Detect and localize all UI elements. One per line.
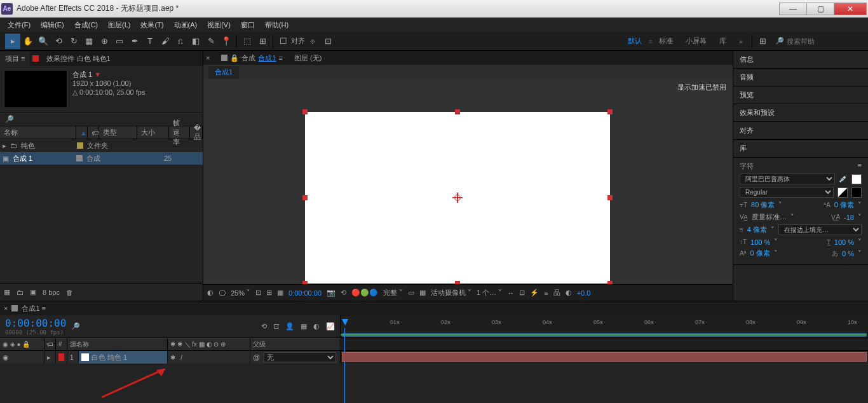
tab-composition[interactable]: 🔒 合成 合成1 ≡ [217,51,287,65]
panbehind-tool[interactable]: ⊕ [97,34,112,49]
menu-composition[interactable]: 合成(C) [69,18,103,32]
col-sort-icon[interactable]: ▲ [76,126,88,139]
flowchart-icon[interactable]: �品 [190,126,203,139]
share-view-icon[interactable]: ↔ [507,289,514,297]
maximize-button[interactable]: ▢ [806,3,834,15]
eraser-tool[interactable]: ◧ [188,34,203,49]
world-axis-icon[interactable]: ⊞ [255,34,270,49]
view-layout[interactable]: 1 个… ˅ [477,288,502,297]
close-tab-icon[interactable]: × [4,304,8,312]
cti-icon[interactable] [342,319,348,325]
timeline-search-input[interactable] [83,323,256,331]
twirl-icon[interactable]: ▸ [47,353,51,362]
rotate-tool[interactable]: ↻ [66,34,81,49]
layer-row[interactable]: ◉ ▸ 1 白色 纯色 1 ✱ / @ 无 [0,351,341,364]
leading[interactable]: 0 像素 [834,200,854,210]
menu-edit[interactable]: 编辑(E) [36,18,69,32]
hand-tool[interactable]: ✋ [20,34,36,49]
tracking[interactable]: -18 [844,214,854,221]
screen-icon[interactable]: 🖵 [219,289,226,297]
stroke-position-select[interactable]: 在描边上填充… [778,224,862,235]
col-type[interactable]: 类型 [99,126,137,139]
workspace-default[interactable]: 默认 [621,34,648,48]
brush-tool[interactable]: 🖌 [158,34,173,49]
lock-icon[interactable]: 🔒 [230,54,239,62]
panel-effects[interactable]: 效果和预设 [733,104,868,122]
vscale[interactable]: 100 % [750,238,770,246]
snap-toggle[interactable]: ☐ [276,34,291,49]
swap-color[interactable] [851,188,862,198]
layer-duration-bar[interactable] [342,352,867,362]
motionblur-icon[interactable]: ◐ [313,322,320,331]
tab-project[interactable]: 项目 ≡ [0,51,30,66]
workspace-library[interactable]: 库 [713,34,733,48]
timeline-search[interactable]: 🔎 [71,322,256,331]
comp-flowchart-icon[interactable]: 品 [553,288,560,297]
label-icon[interactable] [58,353,64,361]
bpc-label[interactable]: 8 bpc [43,289,60,296]
timeline-icon[interactable]: ≡ [544,289,548,297]
pixel-aspect-icon[interactable]: ⊡ [519,289,525,297]
workspace-small[interactable]: 小屏幕 [679,34,713,48]
composition-viewer[interactable]: 显示加速已禁用 [203,79,733,284]
channel-icon[interactable]: 🔴🟢🔵 [351,289,378,297]
selection-tool[interactable]: ▸ [5,34,20,49]
type-tool[interactable]: T [142,34,158,49]
panel-audio[interactable]: 音频 [733,69,868,86]
time-ruler[interactable]: 01s 02s 03s 04s 05s 06s 07s 08s 09s 10s [341,319,868,334]
menu-animation[interactable]: 动画(A) [169,18,203,32]
handle-bl[interactable] [302,281,308,284]
menu-file[interactable]: 文件(F) [3,18,36,32]
roto-tool[interactable]: ✎ [203,34,219,49]
source-name-column[interactable]: 源名称 [67,338,168,350]
playhead[interactable] [344,328,345,403]
handle-ml[interactable] [302,195,308,200]
menu-window[interactable]: 窗口 [236,18,260,32]
shape-tool[interactable]: ▭ [112,34,127,49]
comp-mini-flowchart-icon[interactable]: ⟲ [261,322,267,331]
zoom-select[interactable]: 25% ˅ [231,289,250,297]
menu-view[interactable]: 视图(V) [202,18,236,32]
col-size[interactable]: 大小 [137,126,169,139]
panel-info[interactable]: 信息 [733,51,868,69]
help-search[interactable]: 🔎 [775,37,863,45]
handle-br[interactable] [607,281,613,284]
layer-switches[interactable]: ✱ / [168,351,250,364]
snap-ext-icon[interactable]: ⟐ [305,34,320,49]
minimize-button[interactable]: — [779,3,807,15]
transparency-icon[interactable]: ▦ [419,289,426,297]
eyedropper-icon[interactable]: 💉 [839,175,848,183]
clone-tool[interactable]: ⎌ [173,34,188,49]
video-toggle-icon[interactable]: ◉ [3,353,9,362]
pickwhip-icon[interactable]: @ [253,353,260,361]
close-tab-icon[interactable]: × [206,54,210,62]
parent-column[interactable]: 父级 [250,338,339,350]
close-button[interactable]: ✕ [834,3,867,15]
work-area[interactable] [341,334,867,336]
handle-tc[interactable] [455,109,460,114]
tsume[interactable]: 0 % [842,250,854,257]
new-folder-icon[interactable]: 🗀 [17,289,24,296]
comp-inner-tab[interactable]: 合成1 [208,65,239,79]
workspace-standard[interactable]: 标准 [653,34,679,48]
exposure-reset-icon[interactable]: ◐ [566,289,572,297]
canvas[interactable] [305,112,610,283]
handle-mr[interactable] [607,195,613,200]
baseline[interactable]: 0 像素 [750,249,770,258]
panel-align[interactable]: 对齐 [733,122,868,140]
menu-effect[interactable]: 效果(T) [135,18,168,32]
panel-preview[interactable]: 预览 [733,86,868,104]
font-family-select[interactable]: 阿里巴巴普惠体 [740,174,835,184]
menu-layer[interactable]: 图层(L) [103,18,135,32]
frameblend-icon[interactable]: ▦ [301,322,307,331]
project-row-comp[interactable]: ▣ 合成 1 合成 25 [0,152,203,165]
tab-effect-controls[interactable]: 效果控件 白色 纯色1 [41,51,115,66]
col-name[interactable]: 名称 [0,126,76,139]
current-timecode[interactable]: 0:00:00:00 [5,317,66,329]
stroke-width[interactable]: 4 像素 [747,225,767,235]
interpret-icon[interactable]: ▦ [4,288,10,296]
help-search-input[interactable] [787,38,863,45]
label-column-icon[interactable]: 🏷 [44,338,56,350]
graph-editor-icon[interactable]: 📈 [326,322,335,331]
trash-icon[interactable]: 🗑 [66,289,73,296]
